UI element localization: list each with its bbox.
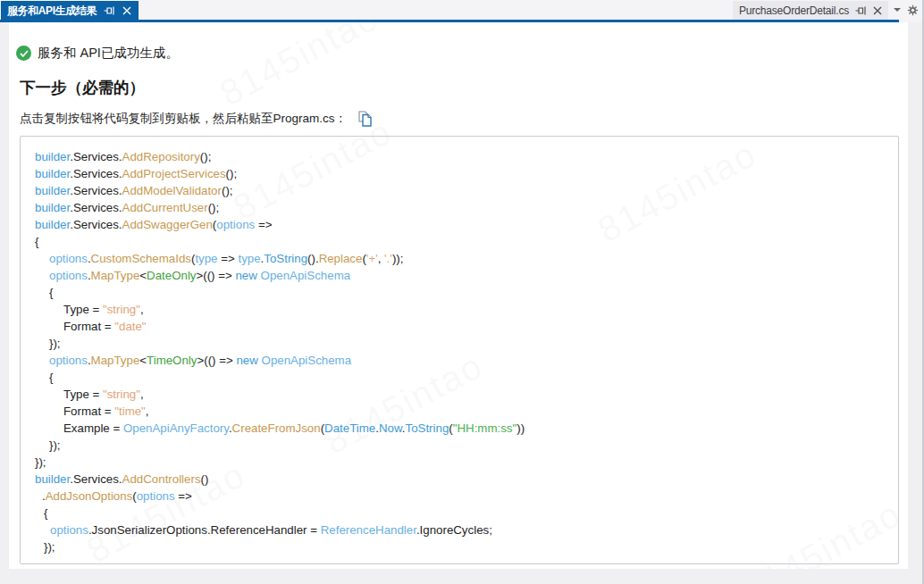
code-line: });	[21, 454, 898, 471]
code-line: {	[21, 369, 898, 386]
code-line: builder.Services.AddCurrentUser();	[21, 199, 898, 216]
tab-generation-result[interactable]: 服务和API生成结果	[1, 1, 139, 22]
pin-icon[interactable]	[104, 5, 115, 16]
success-message: 服务和 API已成功生成。	[38, 45, 179, 62]
code-block: builder.Services.AddRepository();builder…	[20, 136, 899, 564]
code-line: options.MapType<DateOnly>(() => new Open…	[21, 267, 898, 284]
code-line: builder.Services.AddRepository();	[21, 148, 898, 165]
code-line: options.MapType<TimeOnly>(() => new Open…	[21, 352, 898, 369]
watermark-text: 8145intao	[214, 22, 385, 113]
tab-generation-result-label: 服务和API生成结果	[7, 4, 97, 19]
code-line: options.JsonSerializerOptions.ReferenceH…	[21, 521, 898, 538]
code-line: builder.Services.AddProjectServices();	[21, 165, 898, 182]
code-line: {	[21, 505, 898, 521]
code-line: Format = "time",	[21, 403, 898, 420]
code-line: builder.Services.AddControllers()	[21, 471, 898, 488]
close-icon[interactable]	[873, 6, 882, 15]
code-line: Type = "string",	[21, 386, 898, 403]
code-line: Type = "string",	[21, 301, 898, 318]
copy-button[interactable]	[357, 110, 374, 128]
chevron-down-icon[interactable]	[894, 8, 901, 12]
code-line: });	[21, 335, 898, 352]
code-line: {	[21, 284, 898, 301]
tab-purchase-order-detail-label: PurchaseOrderDetail.cs	[739, 4, 849, 17]
code-line: .AddJsonOptions(options =>	[21, 488, 898, 505]
next-step-heading: 下一步（必需的）	[20, 77, 145, 98]
code-line: options.CustomSchemaIds(type => type.ToS…	[21, 250, 898, 267]
gear-icon[interactable]	[907, 4, 919, 16]
tab-purchase-order-detail[interactable]: PurchaseOrderDetail.cs	[733, 1, 888, 20]
code-line: Example = OpenApiAnyFactory.CreateFromJs…	[21, 420, 898, 437]
code-line: builder.Services.AddModelValidator();	[21, 182, 898, 199]
document-tab-bar: 服务和API生成结果 PurchaseOrderDetail.cs	[0, 0, 924, 22]
close-icon[interactable]	[122, 6, 131, 15]
result-page: 8145intao8145intao8145intao8145intao8145…	[9, 22, 908, 569]
code-line: Format = "date"	[21, 318, 898, 335]
code-line: builder.Services.AddSwaggerGen(options =…	[21, 216, 898, 233]
pin-icon[interactable]	[855, 5, 867, 16]
success-status: 服务和 API已成功生成。	[16, 45, 179, 62]
code-line: {	[21, 233, 898, 250]
success-check-icon	[16, 46, 31, 61]
instruction-text: 点击复制按钮将代码复制到剪贴板，然后粘贴至Program.cs：	[20, 111, 347, 127]
code-line: });	[21, 538, 898, 555]
code-line: });	[21, 437, 898, 454]
